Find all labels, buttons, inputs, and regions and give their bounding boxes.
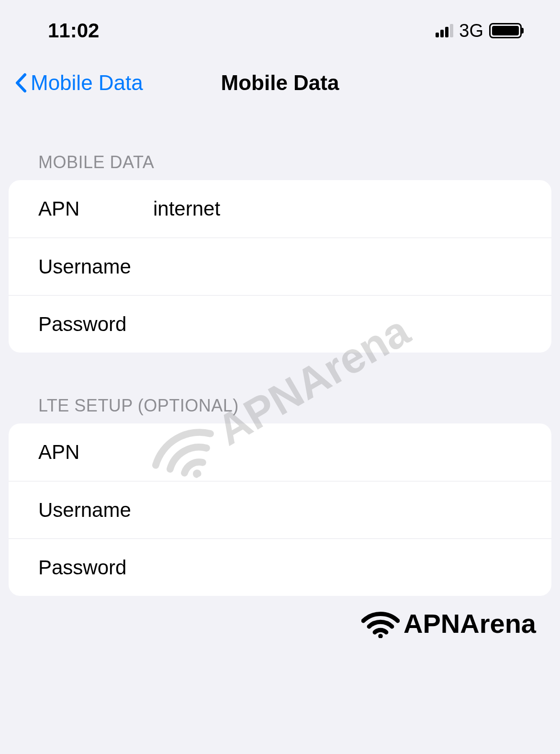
network-type: 3G xyxy=(459,21,483,41)
row-mobile-data-password[interactable]: Password xyxy=(9,295,551,353)
section-header-lte-setup: LTE SETUP (OPTIONAL) xyxy=(9,353,551,423)
status-time: 11:02 xyxy=(48,19,99,42)
content: MOBILE DATA APN Username Password LTE SE… xyxy=(0,109,560,596)
label-password: Password xyxy=(38,313,153,336)
signal-icon xyxy=(436,24,453,37)
label-apn: APN xyxy=(38,197,153,220)
svg-point-1 xyxy=(378,634,383,638)
input-mobile-data-username[interactable] xyxy=(153,255,522,278)
section-group-lte-setup: APN Username Password xyxy=(9,423,551,596)
watermark-text: APNArena xyxy=(403,608,536,639)
input-mobile-data-apn[interactable] xyxy=(153,197,522,220)
status-bar: 11:02 3G xyxy=(0,0,560,52)
back-button[interactable]: Mobile Data xyxy=(14,71,143,95)
battery-icon xyxy=(489,23,522,38)
input-lte-apn[interactable] xyxy=(153,441,522,464)
row-lte-password[interactable]: Password xyxy=(9,538,551,596)
navigation-bar: Mobile Data Mobile Data xyxy=(0,52,560,109)
input-lte-password[interactable] xyxy=(153,556,522,579)
label-apn: APN xyxy=(38,441,153,464)
label-password: Password xyxy=(38,556,153,579)
label-username: Username xyxy=(38,499,153,522)
label-username: Username xyxy=(38,255,153,278)
row-lte-username[interactable]: Username xyxy=(9,481,551,538)
row-lte-apn[interactable]: APN xyxy=(9,423,551,481)
row-mobile-data-username[interactable]: Username xyxy=(9,238,551,295)
page-title: Mobile Data xyxy=(221,71,339,95)
watermark-bottom: APNArena xyxy=(361,608,536,639)
back-button-label: Mobile Data xyxy=(31,71,143,95)
row-mobile-data-apn[interactable]: APN xyxy=(9,180,551,238)
section-group-mobile-data: APN Username Password xyxy=(9,180,551,353)
section-header-mobile-data: MOBILE DATA xyxy=(9,109,551,180)
input-lte-username[interactable] xyxy=(153,499,522,522)
chevron-left-icon xyxy=(14,73,27,93)
status-indicators: 3G xyxy=(436,21,522,41)
wifi-icon xyxy=(361,609,400,638)
input-mobile-data-password[interactable] xyxy=(153,313,522,336)
